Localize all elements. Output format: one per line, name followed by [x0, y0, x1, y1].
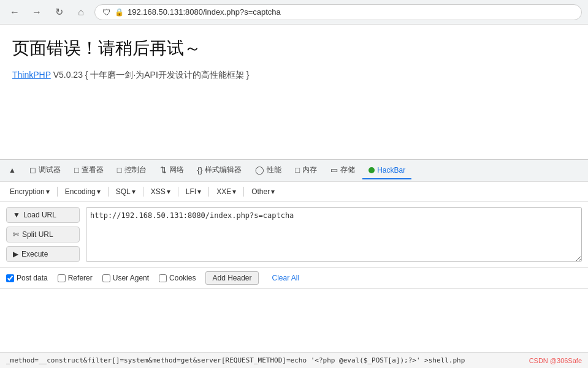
menu-other-label: Other	[251, 187, 270, 196]
menu-xxe-label: XXE	[216, 187, 231, 196]
execute-button[interactable]: ▶ Execute	[6, 246, 80, 262]
hackbar-actions: ▼ Load URL ✄ Split URL ▶ Execute	[6, 207, 80, 262]
url-port: :8080	[183, 7, 203, 17]
network-icon: ⇅	[160, 165, 167, 175]
tab-inspector-label: 查看器	[82, 165, 104, 175]
tab-network[interactable]: ⇅ 网络	[154, 161, 190, 180]
url-domain: 192.168.50.131	[128, 7, 183, 17]
browser-chrome: ← → ↻ ⌂ 🛡 🔒 192.168.50.131:8080/index.ph…	[0, 0, 588, 24]
scissors-icon: ✄	[13, 230, 19, 239]
hackbar-main: ▼ Load URL ✄ Split URL ▶ Execute	[0, 202, 588, 268]
devtools-panel: ▲ ◻ 调试器 □ 查看器 □ 控制台 ⇅ 网络 {} 样式编辑器 ◯ 性能 □…	[0, 159, 588, 289]
referer-option[interactable]: Referer	[58, 274, 93, 282]
tab-debugger-label: 调试器	[39, 165, 61, 175]
execute-label: Execute	[21, 250, 48, 258]
post-data-checkbox[interactable]	[6, 274, 14, 282]
menu-xxe-arrow: ▾	[232, 187, 236, 196]
hackbar-options: Post data Referer User Agent Cookies Add…	[0, 268, 588, 289]
console-icon: □	[117, 165, 122, 175]
separator3	[143, 187, 143, 197]
menu-encoding-label: Encoding	[65, 187, 96, 196]
menu-xss[interactable]: XSS ▾	[147, 186, 174, 198]
menu-lfi[interactable]: LFI ▾	[182, 186, 205, 198]
menu-encoding[interactable]: Encoding ▾	[61, 186, 104, 198]
separator	[57, 187, 58, 197]
menu-other[interactable]: Other ▾	[248, 186, 278, 198]
menu-other-arrow: ▾	[271, 187, 275, 196]
tab-debugger[interactable]: ◻ 调试器	[23, 161, 67, 180]
url-input[interactable]	[86, 207, 582, 262]
split-url-button[interactable]: ✄ Split URL	[6, 227, 80, 242]
menu-xxe[interactable]: XXE ▾	[213, 186, 240, 198]
tab-devtools-icon[interactable]: ▲	[2, 162, 22, 179]
menu-encryption-arrow: ▾	[46, 187, 50, 196]
debugger-icon: ◻	[29, 165, 36, 175]
inspector-icon: □	[74, 165, 79, 175]
referer-checkbox[interactable]	[58, 274, 66, 282]
hackbar-dot-icon	[368, 167, 375, 173]
download-icon: ▼	[13, 211, 20, 219]
watermark: CSDN @306Safe	[529, 357, 582, 364]
menu-sql[interactable]: SQL ▾	[112, 186, 139, 198]
menu-lfi-label: LFI	[186, 187, 196, 196]
framework-info: V5.0.23 { 十年磨一剑·为API开发设计的高性能框架 }	[51, 70, 250, 80]
tab-hackbar-label: HackBar	[377, 166, 405, 175]
tab-hackbar[interactable]: HackBar	[362, 162, 411, 179]
tab-memory-label: 内存	[302, 165, 317, 175]
user-agent-option[interactable]: User Agent	[102, 274, 149, 282]
user-agent-label: User Agent	[113, 274, 149, 282]
cookies-label: Cookies	[169, 274, 196, 282]
url-path: /index.php?s=captcha	[203, 7, 281, 17]
split-url-label: Split URL	[22, 230, 53, 239]
menu-encryption-label: Encryption	[10, 187, 45, 196]
separator4	[178, 187, 178, 197]
tab-perf-label: 性能	[267, 165, 281, 175]
tab-storage[interactable]: ▭ 存储	[324, 161, 361, 180]
storage-icon: ▭	[330, 165, 338, 175]
address-text: 192.168.50.131:8080/index.php?s=captcha	[128, 7, 574, 17]
post-data-option[interactable]: Post data	[6, 274, 48, 282]
page-subtitle: ThinkPHP V5.0.23 { 十年磨一剑·为API开发设计的高性能框架 …	[12, 70, 576, 81]
memory-icon: □	[295, 165, 300, 175]
cookies-option[interactable]: Cookies	[159, 274, 196, 282]
clear-all-button[interactable]: Clear All	[269, 272, 304, 284]
style-icon: {}	[197, 165, 203, 175]
bottom-bar: _method=__construct&filter[]=system&meth…	[0, 352, 588, 368]
tab-style-label: 样式编辑器	[205, 165, 242, 175]
hackbar-toolbar: Encryption ▾ Encoding ▾ SQL ▾ XSS ▾ LFI …	[0, 182, 588, 202]
menu-encoding-arrow: ▾	[97, 187, 101, 196]
menu-lfi-arrow: ▾	[197, 187, 201, 196]
tab-performance[interactable]: ◯ 性能	[249, 161, 288, 180]
play-icon: ▶	[13, 250, 18, 258]
separator5	[208, 187, 209, 197]
add-header-button[interactable]: Add Header	[205, 271, 258, 285]
load-url-label: Load URL	[23, 211, 56, 219]
menu-xss-arrow: ▾	[167, 187, 170, 196]
load-url-button[interactable]: ▼ Load URL	[6, 207, 80, 223]
cursor-icon: ▲	[9, 166, 16, 175]
tab-console-label: 控制台	[124, 165, 147, 175]
forward-button[interactable]: →	[28, 4, 45, 21]
back-button[interactable]: ←	[6, 4, 23, 21]
devtools-tabs: ▲ ◻ 调试器 □ 查看器 □ 控制台 ⇅ 网络 {} 样式编辑器 ◯ 性能 □…	[0, 160, 588, 182]
menu-xss-label: XSS	[151, 187, 166, 196]
page-content: 页面错误！请稍后再试～ ThinkPHP V5.0.23 { 十年磨一剑·为AP…	[0, 24, 588, 159]
tab-storage-label: 存储	[340, 165, 355, 175]
post-data-label: Post data	[17, 274, 48, 282]
tab-memory[interactable]: □ 内存	[289, 161, 323, 180]
bottom-command: _method=__construct&filter[]=system&meth…	[6, 356, 465, 364]
cookies-checkbox[interactable]	[159, 274, 167, 282]
address-bar[interactable]: 🛡 🔒 192.168.50.131:8080/index.php?s=capt…	[94, 4, 582, 20]
menu-sql-arrow: ▾	[132, 187, 136, 196]
separator6	[243, 187, 244, 197]
reload-button[interactable]: ↻	[50, 4, 67, 21]
tab-inspector[interactable]: □ 查看器	[68, 161, 110, 180]
thinkphp-link[interactable]: ThinkPHP	[12, 70, 51, 80]
tab-style-editor[interactable]: {} 样式编辑器	[191, 161, 248, 180]
separator2	[108, 187, 109, 197]
menu-sql-label: SQL	[116, 187, 131, 196]
tab-console[interactable]: □ 控制台	[111, 161, 153, 180]
home-button[interactable]: ⌂	[72, 4, 90, 21]
menu-encryption[interactable]: Encryption ▾	[6, 186, 53, 198]
user-agent-checkbox[interactable]	[102, 274, 110, 282]
